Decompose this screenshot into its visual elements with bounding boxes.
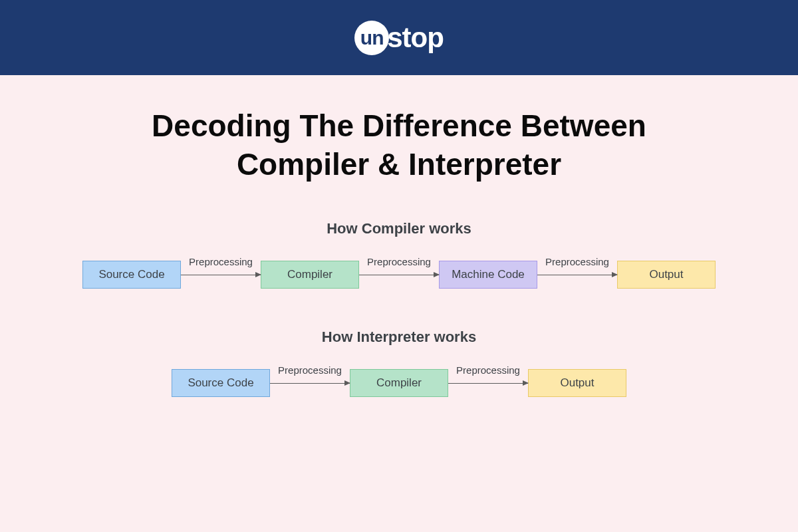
header-banner: un stop	[0, 0, 798, 75]
arrow-icon	[270, 383, 350, 384]
compiler-section: How Compiler works Source Code Preproces…	[0, 220, 798, 289]
arrow-label: Preprocessing	[189, 256, 253, 267]
arrow-2: Preprocessing	[359, 275, 439, 275]
source-code-node: Source Code	[172, 369, 270, 397]
output-node: Output	[528, 369, 626, 397]
title-line-1: Decoding The Difference Between	[152, 108, 646, 143]
logo-circle: un	[354, 21, 389, 55]
arrow-label: Preprocessing	[545, 256, 609, 267]
machine-code-node: Machine Code	[439, 261, 537, 289]
interpreter-section: How Interpreter works Source Code Prepro…	[0, 329, 798, 397]
source-code-node: Source Code	[82, 261, 181, 289]
content-area: Decoding The Difference Between Compiler…	[0, 75, 798, 532]
arrow-label: Preprocessing	[278, 364, 342, 376]
interpreter-diagram: Source Code Preprocessing Compiler Prepr…	[0, 369, 798, 397]
title-line-2: Compiler & Interpreter	[237, 147, 561, 182]
arrow-icon	[359, 275, 439, 275]
arrow-1: Preprocessing	[270, 383, 350, 384]
compiler-section-title: How Compiler works	[0, 220, 798, 237]
arrow-3: Preprocessing	[537, 275, 617, 275]
arrow-icon	[181, 275, 261, 275]
logo-text: stop	[387, 22, 444, 54]
arrow-2: Preprocessing	[448, 383, 528, 384]
arrow-icon	[448, 383, 528, 384]
arrow-label: Preprocessing	[456, 364, 520, 376]
compiler-node: Compiler	[261, 261, 359, 289]
compiler-diagram: Source Code Preprocessing Compiler Prepr…	[0, 261, 798, 289]
unstop-logo: un stop	[354, 21, 444, 55]
arrow-1: Preprocessing	[181, 275, 261, 275]
output-node: Output	[617, 261, 716, 289]
arrow-icon	[537, 275, 617, 275]
arrow-label: Preprocessing	[367, 256, 431, 267]
compiler-node: Compiler	[350, 369, 448, 397]
interpreter-section-title: How Interpreter works	[0, 329, 798, 346]
page-title: Decoding The Difference Between Compiler…	[0, 107, 798, 184]
